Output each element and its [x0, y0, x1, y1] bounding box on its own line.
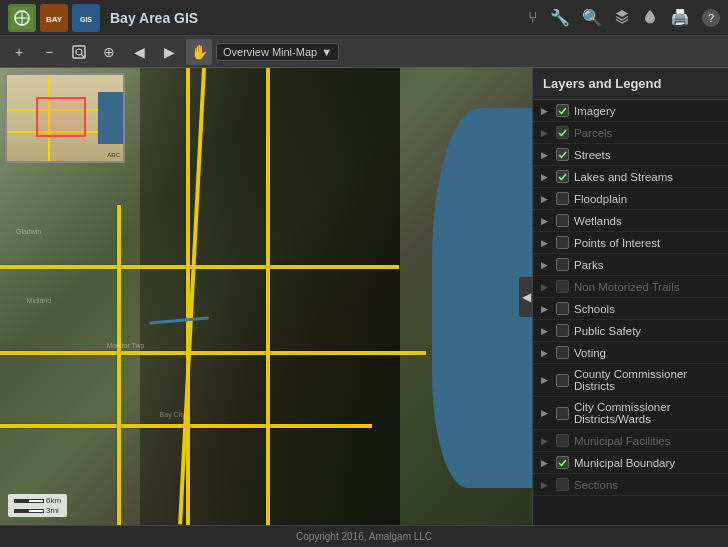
- layer-item-voting[interactable]: ▶Voting: [533, 342, 728, 364]
- layer-expand-parks[interactable]: ▶: [541, 260, 551, 270]
- scale-bar: 6km 3mi: [8, 494, 67, 517]
- layer-expand-imagery[interactable]: ▶: [541, 106, 551, 116]
- full-extent-button[interactable]: ⊕: [96, 39, 122, 65]
- lake-michigan: [432, 108, 532, 488]
- layer-item-munfac[interactable]: ▶Municipal Facilities: [533, 430, 728, 452]
- app-title: Bay Area GIS: [110, 10, 198, 26]
- layer-checkbox-parks[interactable]: [556, 258, 569, 271]
- layer-item-lakes[interactable]: ▶Lakes and Streams: [533, 166, 728, 188]
- layer-checkbox-imagery[interactable]: [556, 104, 569, 117]
- layer-checkbox-city[interactable]: [556, 407, 569, 420]
- layer-item-county[interactable]: ▶County Commissioner Districts: [533, 364, 728, 397]
- layer-expand-sections[interactable]: ▶: [541, 480, 551, 490]
- layer-checkbox-parcels[interactable]: [556, 126, 569, 139]
- pan-button[interactable]: ✋: [186, 39, 212, 65]
- layer-item-city[interactable]: ▶City Commissioner Districts/Wards: [533, 397, 728, 430]
- layer-item-wetlands[interactable]: ▶Wetlands: [533, 210, 728, 232]
- layers-panel: Layers and Legend ▶Imagery▶Parcels▶Stree…: [532, 68, 728, 525]
- layer-label-schools: Schools: [574, 303, 720, 315]
- layers-icon[interactable]: [614, 8, 630, 28]
- layer-checkbox-munbound[interactable]: [556, 456, 569, 469]
- layer-expand-floodplain[interactable]: ▶: [541, 194, 551, 204]
- layer-item-publicsafety[interactable]: ▶Public Safety: [533, 320, 728, 342]
- search-icon[interactable]: 🔍: [582, 8, 602, 27]
- layer-expand-schools[interactable]: ▶: [541, 304, 551, 314]
- zoom-out-button[interactable]: −: [36, 39, 62, 65]
- layer-checkbox-nonmotor[interactable]: [556, 280, 569, 293]
- layer-label-poi: Points of Interest: [574, 237, 720, 249]
- layer-checkbox-lakes[interactable]: [556, 170, 569, 183]
- layer-item-imagery[interactable]: ▶Imagery: [533, 100, 728, 122]
- layer-label-voting: Voting: [574, 347, 720, 359]
- layer-item-munbound[interactable]: ▶Municipal Boundary: [533, 452, 728, 474]
- layer-checkbox-floodplain[interactable]: [556, 192, 569, 205]
- layer-expand-lakes[interactable]: ▶: [541, 172, 551, 182]
- footer: Copyright 2016, Amalgam LLC: [0, 525, 728, 547]
- layer-checkbox-voting[interactable]: [556, 346, 569, 359]
- layers-panel-title: Layers and Legend: [533, 68, 728, 100]
- zoom-in-button[interactable]: +: [6, 39, 32, 65]
- layer-label-city: City Commissioner Districts/Wards: [574, 401, 720, 425]
- layer-label-munfac: Municipal Facilities: [574, 435, 720, 447]
- layer-label-county: County Commissioner Districts: [574, 368, 720, 392]
- layer-expand-voting[interactable]: ▶: [541, 348, 551, 358]
- layer-checkbox-schools[interactable]: [556, 302, 569, 315]
- layer-label-lakes: Lakes and Streams: [574, 171, 720, 183]
- layer-label-imagery: Imagery: [574, 105, 720, 117]
- layer-checkbox-munfac[interactable]: [556, 434, 569, 447]
- layers-list: ▶Imagery▶Parcels▶Streets▶Lakes and Strea…: [533, 100, 728, 496]
- zoom-fit-button[interactable]: [66, 39, 92, 65]
- layer-checkbox-wetlands[interactable]: [556, 214, 569, 227]
- layer-expand-streets[interactable]: ▶: [541, 150, 551, 160]
- layer-item-sections[interactable]: ▶Sections: [533, 474, 728, 496]
- layer-expand-poi[interactable]: ▶: [541, 238, 551, 248]
- droplet-icon[interactable]: [642, 8, 658, 28]
- layer-item-parcels[interactable]: ▶Parcels: [533, 122, 728, 144]
- wrench-icon[interactable]: 🔧: [550, 8, 570, 27]
- overview-minimap-label: Overview Mini-Map: [223, 46, 317, 58]
- layer-expand-munbound[interactable]: ▶: [541, 458, 551, 468]
- prev-extent-button[interactable]: ◀: [126, 39, 152, 65]
- logo-group: BAY GIS: [8, 4, 100, 32]
- layer-label-parcels: Parcels: [574, 127, 720, 139]
- layer-label-wetlands: Wetlands: [574, 215, 720, 227]
- layer-expand-county[interactable]: ▶: [541, 375, 551, 385]
- layer-checkbox-streets[interactable]: [556, 148, 569, 161]
- logo-1: [8, 4, 36, 32]
- layer-expand-wetlands[interactable]: ▶: [541, 216, 551, 226]
- layer-expand-city[interactable]: ▶: [541, 408, 551, 418]
- dropdown-arrow-icon: ▼: [321, 46, 332, 58]
- map-container[interactable]: Mt Forest Gladwin Midland Monitor Twp Ba…: [0, 68, 532, 525]
- map-toolbar: + − ⊕ ◀ ▶ ✋ Overview Mini-Map ▼: [0, 36, 728, 68]
- overview-minimap-dropdown[interactable]: Overview Mini-Map ▼: [216, 43, 339, 61]
- fork-icon[interactable]: ⑂: [528, 9, 538, 27]
- layer-item-parks[interactable]: ▶Parks: [533, 254, 728, 276]
- panel-collapse-button[interactable]: ◀: [519, 277, 532, 317]
- layer-label-publicsafety: Public Safety: [574, 325, 720, 337]
- layer-expand-publicsafety[interactable]: ▶: [541, 326, 551, 336]
- layer-item-floodplain[interactable]: ▶Floodplain: [533, 188, 728, 210]
- help-icon[interactable]: ?: [702, 9, 720, 27]
- layer-checkbox-county[interactable]: [556, 374, 569, 387]
- layer-expand-parcels[interactable]: ▶: [541, 128, 551, 138]
- layer-checkbox-publicsafety[interactable]: [556, 324, 569, 337]
- layer-label-streets: Streets: [574, 149, 720, 161]
- layer-item-poi[interactable]: ▶Points of Interest: [533, 232, 728, 254]
- next-extent-button[interactable]: ▶: [156, 39, 182, 65]
- svg-point-7: [76, 49, 82, 55]
- svg-text:GIS: GIS: [80, 16, 92, 23]
- main-area: Mt Forest Gladwin Midland Monitor Twp Ba…: [0, 68, 728, 525]
- layer-checkbox-sections[interactable]: [556, 478, 569, 491]
- road-h-2: [0, 351, 426, 355]
- road-h-1: [0, 265, 399, 269]
- layer-checkbox-poi[interactable]: [556, 236, 569, 249]
- layer-item-schools[interactable]: ▶Schools: [533, 298, 728, 320]
- layer-item-streets[interactable]: ▶Streets: [533, 144, 728, 166]
- layer-expand-nonmotor[interactable]: ▶: [541, 282, 551, 292]
- layer-label-munbound: Municipal Boundary: [574, 457, 720, 469]
- layer-item-nonmotor[interactable]: ▶Non Motorized Trails: [533, 276, 728, 298]
- print-icon[interactable]: 🖨️: [670, 8, 690, 27]
- layer-label-nonmotor: Non Motorized Trails: [574, 281, 720, 293]
- layer-expand-munfac[interactable]: ▶: [541, 436, 551, 446]
- logo-3: GIS: [72, 4, 100, 32]
